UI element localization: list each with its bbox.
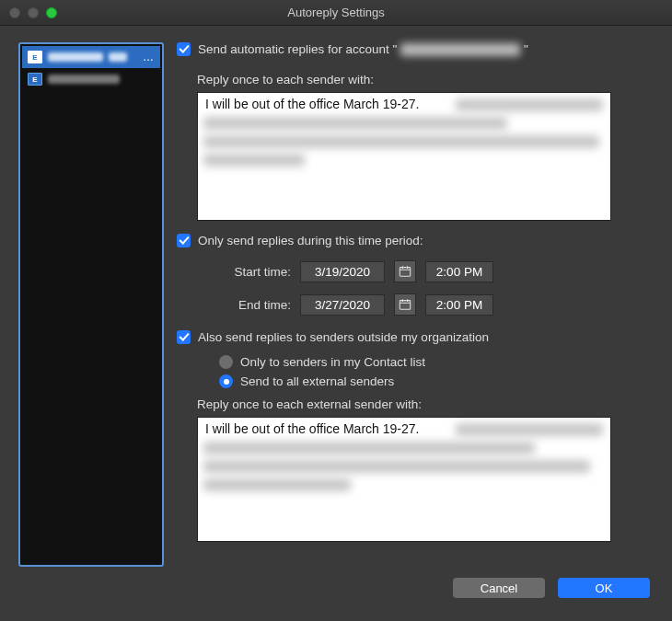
end-time-row: End time: 3/27/2020 2:00 PM [219,293,654,316]
internal-reply-textarea[interactable]: I will be out of the office March 19-27. [197,92,611,221]
accounts-sidebar: E … E [18,42,164,567]
internal-reply-label: Reply once to each sender with: [197,73,654,86]
svg-rect-4 [400,301,410,310]
external-contacts-row: Only to senders in my Contact list [219,355,654,369]
time-period-row: Only send replies during this time perio… [177,234,654,247]
window-title: Autoreply Settings [0,6,672,19]
ok-button[interactable]: OK [558,578,650,598]
time-period-label: Only send replies during this time perio… [198,234,423,247]
external-contacts-radio[interactable] [219,355,233,369]
internal-reply-text: I will be out of the office March 19-27. [205,97,419,111]
account-row[interactable]: E … [22,46,160,68]
external-label: Also send replies to senders outside my … [198,330,489,344]
exchange-icon: E [28,51,42,63]
calendar-icon[interactable] [394,293,416,316]
time-period-checkbox[interactable] [177,234,191,247]
send-auto-label: Send automatic replies for account " " [198,42,528,56]
start-time-label: Start time: [219,265,291,279]
dialog-footer: Cancel OK [0,578,672,613]
calendar-icon[interactable] [394,260,416,282]
start-date-field[interactable]: 3/19/2020 [300,261,385,282]
end-time-label: End time: [219,298,291,312]
cancel-button[interactable]: Cancel [453,578,545,598]
account-name-redacted [48,52,103,62]
account-row[interactable]: E [22,68,160,90]
external-reply-label: Reply once to each external sender with: [197,397,654,411]
ellipsis-icon: … [143,51,155,63]
external-all-row: Send to all external senders [219,374,654,388]
settings-form: Send automatic replies for account " " R… [177,42,654,567]
external-all-label: Send to all external senders [240,374,394,388]
send-auto-label-suffix: " [524,42,528,56]
start-time-row: Start time: 3/19/2020 2:00 PM [219,260,654,282]
end-date-field[interactable]: 3/27/2020 [300,294,385,316]
external-contacts-label: Only to senders in my Contact list [240,355,425,369]
external-row: Also send replies to senders outside my … [177,330,654,344]
account-name-redacted [400,43,520,56]
send-auto-label-prefix: Send automatic replies for account " [198,42,397,56]
account-name-redacted [48,75,120,84]
end-time-field[interactable]: 2:00 PM [425,294,493,316]
exchange-icon: E [28,73,42,86]
svg-rect-0 [400,268,410,277]
external-checkbox[interactable] [177,330,191,344]
external-all-radio[interactable] [219,374,233,388]
send-auto-checkbox[interactable] [177,42,191,56]
dialog-body: E … E Send automatic replies for account… [0,26,672,578]
send-auto-row: Send automatic replies for account " " [177,42,654,56]
external-reply-text: I will be out of the office March 19-27. [205,421,419,436]
start-time-field[interactable]: 2:00 PM [425,261,493,282]
external-reply-textarea[interactable]: I will be out of the office March 19-27. [197,417,611,542]
titlebar: Autoreply Settings [0,0,672,26]
account-name-redacted [109,52,127,62]
